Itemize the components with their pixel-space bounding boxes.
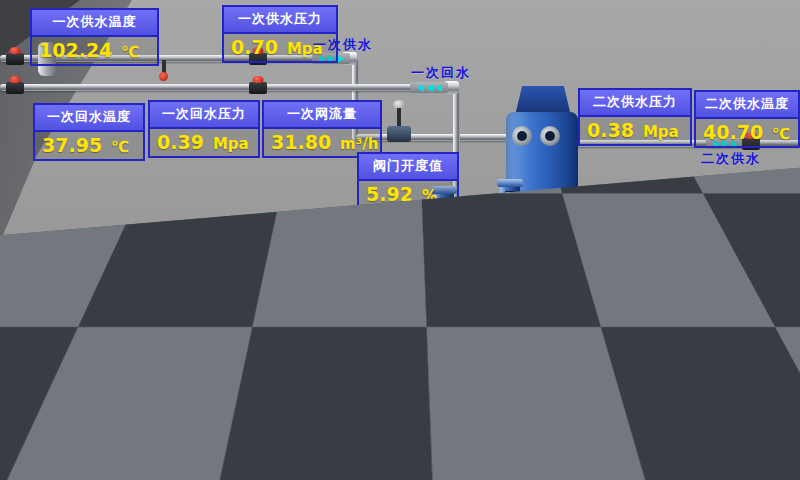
hx-port-bottom-right xyxy=(542,194,562,214)
pump-motor-cap xyxy=(497,179,523,187)
sensor-unit: ℃ xyxy=(772,278,790,296)
sensor-value: 0.38 xyxy=(587,119,634,141)
sensor-box-primary-return-temp: 一次回水温度 37.95 ℃ xyxy=(33,103,145,161)
sensor-unit: Mpa xyxy=(643,278,679,296)
branch-valve-handle[interactable] xyxy=(543,311,552,320)
pump-nameplate xyxy=(245,388,255,412)
sensor-unit: m³ xyxy=(100,338,122,356)
hx-port-top-left xyxy=(512,126,532,146)
sensor-unit: Hz xyxy=(355,410,376,428)
shutoff-valve[interactable] xyxy=(6,53,24,65)
sensor-unit: % xyxy=(422,187,437,205)
pump-motor-cap xyxy=(237,376,263,384)
sensor-label: 补水泵频率 xyxy=(279,377,375,404)
sensor-value: 37.95 xyxy=(42,134,102,156)
sensor-value: 31.80 xyxy=(271,131,331,153)
sensor-unit: ℃ xyxy=(121,43,139,61)
sensor-label: 阀门开度值 xyxy=(359,154,457,181)
shutoff-valve[interactable] xyxy=(249,82,267,94)
shutoff-valve[interactable] xyxy=(6,82,24,94)
flow-arrows-left-icon xyxy=(505,330,543,341)
pump-nameplate xyxy=(505,191,515,215)
sensor-value: 40.70 xyxy=(703,121,763,143)
sensor-value: 5.92 xyxy=(366,183,413,205)
sensor-box-primary-supply-pressure: 一次供水压力 0.70 Mpa xyxy=(222,5,338,63)
pump-nameplate xyxy=(267,326,277,350)
sensor-box-secondary-return-temp: 二次回水温度 36.63 ℃ xyxy=(694,243,800,301)
sensor-label: 一次供水温度 xyxy=(32,10,157,37)
label-makeup-water: 补水 xyxy=(578,401,608,419)
sensor-value: 102.24 xyxy=(39,39,112,61)
sensor-box-secondary-return-pressure: 二次回水压力 0.27 Mpa xyxy=(578,243,692,301)
pump-motor xyxy=(240,379,260,425)
flow-arrows-right-icon xyxy=(574,388,612,399)
sensor-value: 0.70 xyxy=(231,36,278,58)
tank-leg xyxy=(10,466,20,480)
hmi-heat-exchange-station: 一次供水 一次回水 二次供水 二次回水 补水 一次供水温度 102.24 ℃ 一… xyxy=(0,0,800,480)
sensor-value: 0.27 xyxy=(587,274,634,296)
hx-port-top-right xyxy=(540,126,560,146)
label-secondary-supply: 二次供水 xyxy=(701,150,761,168)
flow-arrows-left-icon xyxy=(484,293,522,304)
water-tank[interactable] xyxy=(0,248,192,480)
sensor-box-makeup-pump-frequency: 补水泵频率 33.88 Hz xyxy=(277,375,377,433)
sensor-value: 33.88 xyxy=(286,406,346,428)
sensor-label: 二次供水压力 xyxy=(580,90,690,117)
sensor-unit: Mpa xyxy=(287,40,323,58)
sensor-box-valve-opening: 阀门开度值 5.92 % xyxy=(357,152,459,210)
sensor-label: 一次网流量 xyxy=(264,102,380,129)
sensor-label: 水箱液位高度 xyxy=(37,305,147,332)
sensor-box-primary-supply-temp: 一次供水温度 102.24 ℃ xyxy=(30,8,159,66)
flow-arrows-left-icon xyxy=(410,82,448,93)
control-valve-stem xyxy=(397,108,401,126)
circulation-pump-2[interactable] xyxy=(482,179,538,273)
pipe-end-cap xyxy=(541,329,556,342)
sensor-label: 一次回水压力 xyxy=(150,102,258,129)
sensor-unit: Mpa xyxy=(643,123,679,141)
sensor-label: 二次回水压力 xyxy=(580,245,690,272)
sensor-label: 二次回水温度 xyxy=(696,245,798,272)
sensor-unit: ℃ xyxy=(772,125,790,143)
sensor-unit: ℃ xyxy=(111,138,129,156)
sensor-box-primary-return-pressure: 一次回水压力 0.39 Mpa xyxy=(148,100,260,158)
sensor-box-secondary-supply-temp: 二次供水温度 40.70 ℃ xyxy=(694,90,800,148)
label-primary-return: 一次回水 xyxy=(411,64,471,82)
sensor-value: 1.10 xyxy=(44,334,91,356)
sensor-unit: m³/h xyxy=(340,135,378,153)
sensor-box-primary-flow: 一次网流量 31.80 m³/h xyxy=(262,100,382,158)
tank-ladder xyxy=(138,268,162,470)
tank-leg xyxy=(66,466,76,480)
pump-motor xyxy=(262,317,282,363)
pipe-riser xyxy=(196,368,203,478)
pipe-makeup-elbow xyxy=(521,392,528,430)
pump-motor xyxy=(500,182,520,228)
sensor-value: 0.39 xyxy=(157,131,204,153)
tank-leg xyxy=(126,466,136,480)
pipe-tank-outlet xyxy=(150,332,545,339)
sensor-label: 一次回水温度 xyxy=(35,105,143,132)
makeup-pump-2[interactable] xyxy=(222,376,278,470)
label-secondary-return: 二次回水 xyxy=(716,309,776,327)
sensor-label: 一次供水压力 xyxy=(224,7,336,34)
pump-motor-cap xyxy=(259,314,285,322)
sensor-box-tank-level: 水箱液位高度 1.10 m³ xyxy=(35,303,149,361)
sensor-label: 二次供水温度 xyxy=(696,92,798,119)
sensor-value: 36.63 xyxy=(703,274,763,296)
drain-valve-handle[interactable] xyxy=(159,72,168,81)
pipe-makeup-water xyxy=(150,390,608,397)
sensor-box-secondary-supply-pressure: 二次供水压力 0.38 Mpa xyxy=(578,88,692,146)
pipe-primary-return xyxy=(0,84,448,91)
sensor-unit: Mpa xyxy=(213,135,249,153)
control-valve[interactable] xyxy=(387,126,411,142)
